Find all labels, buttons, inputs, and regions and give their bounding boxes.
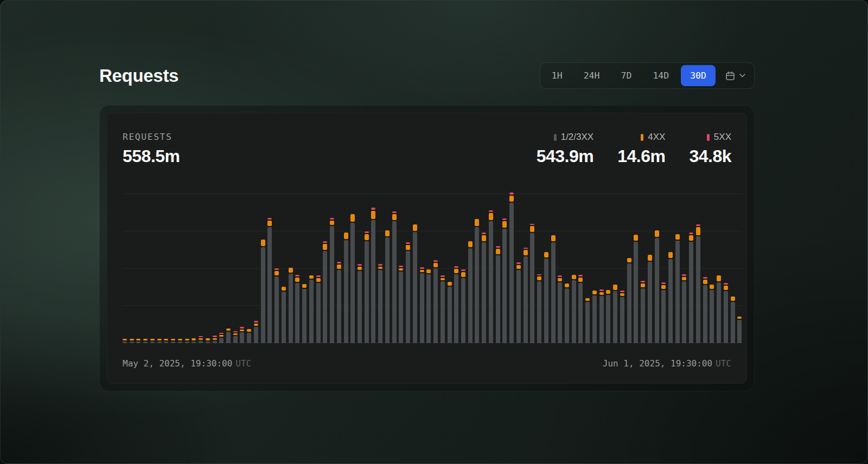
- bar[interactable]: [731, 297, 735, 343]
- bar[interactable]: [261, 240, 265, 343]
- bar[interactable]: [199, 336, 203, 343]
- bar[interactable]: [592, 291, 597, 343]
- bar[interactable]: [641, 281, 645, 343]
- bar[interactable]: [295, 275, 299, 343]
- bar[interactable]: [675, 234, 680, 343]
- bar[interactable]: [378, 264, 382, 343]
- bar[interactable]: [461, 269, 465, 343]
- bar[interactable]: [468, 241, 473, 343]
- bar[interactable]: [233, 331, 238, 343]
- range-button-14d[interactable]: 14D: [643, 65, 678, 86]
- bar[interactable]: [399, 266, 403, 343]
- range-button-30d[interactable]: 30D: [681, 65, 716, 86]
- bar[interactable]: [475, 219, 479, 343]
- bar[interactable]: [192, 338, 196, 343]
- bar[interactable]: [164, 339, 168, 343]
- bar[interactable]: [689, 233, 693, 343]
- bar[interactable]: [247, 329, 251, 343]
- bar[interactable]: [599, 289, 604, 343]
- bar[interactable]: [206, 338, 210, 343]
- bar[interactable]: [213, 336, 217, 343]
- legend-stat-123xx[interactable]: 1/2/3XX 543.9m: [537, 132, 594, 166]
- bar[interactable]: [710, 285, 714, 343]
- range-button-24h[interactable]: 24H: [575, 65, 609, 86]
- bar[interactable]: [648, 255, 652, 343]
- bar[interactable]: [482, 233, 486, 343]
- bar[interactable]: [350, 214, 355, 343]
- bar[interactable]: [267, 218, 272, 343]
- bar[interactable]: [537, 274, 541, 343]
- bar[interactable]: [489, 210, 493, 343]
- bar[interactable]: [717, 275, 721, 343]
- bar[interactable]: [661, 282, 666, 343]
- bar[interactable]: [496, 246, 500, 343]
- bar[interactable]: [558, 275, 562, 343]
- bar[interactable]: [502, 218, 507, 343]
- bar[interactable]: [668, 252, 673, 343]
- bar[interactable]: [454, 266, 458, 343]
- bar[interactable]: [627, 258, 631, 343]
- bar[interactable]: [178, 339, 182, 343]
- bar[interactable]: [392, 211, 397, 343]
- custom-date-range-button[interactable]: [718, 65, 752, 86]
- bar[interactable]: [143, 339, 148, 343]
- bar[interactable]: [157, 339, 162, 343]
- bar[interactable]: [406, 242, 410, 343]
- bar[interactable]: [254, 321, 258, 343]
- bar[interactable]: [323, 241, 327, 343]
- bar[interactable]: [420, 267, 424, 343]
- bar[interactable]: [185, 339, 189, 343]
- bar[interactable]: [371, 208, 375, 343]
- bar[interactable]: [655, 230, 659, 343]
- legend-stat-4xx[interactable]: 4XX 14.6m: [617, 132, 665, 166]
- bar[interactable]: [696, 224, 700, 343]
- bar[interactable]: [606, 290, 610, 343]
- bar[interactable]: [516, 262, 521, 343]
- bar[interactable]: [530, 224, 534, 343]
- bar[interactable]: [578, 275, 583, 343]
- bar[interactable]: [123, 339, 127, 343]
- range-button-7d[interactable]: 7D: [612, 65, 641, 86]
- bar[interactable]: [544, 252, 548, 343]
- bar[interactable]: [226, 328, 231, 343]
- bar[interactable]: [385, 230, 390, 343]
- bar[interactable]: [448, 282, 452, 343]
- bar[interactable]: [620, 291, 624, 343]
- bar[interactable]: [330, 218, 334, 343]
- bar[interactable]: [413, 224, 417, 343]
- bar[interactable]: [433, 260, 438, 343]
- bar[interactable]: [282, 287, 286, 343]
- bar[interactable]: [565, 283, 569, 343]
- bar[interactable]: [613, 285, 617, 343]
- bar[interactable]: [316, 275, 321, 343]
- bars-area[interactable]: [123, 188, 742, 343]
- bar[interactable]: [171, 339, 175, 343]
- bar[interactable]: [634, 235, 638, 343]
- bar[interactable]: [150, 339, 155, 343]
- bar[interactable]: [703, 277, 707, 343]
- bar[interactable]: [219, 333, 224, 343]
- bar[interactable]: [737, 317, 742, 343]
- legend-stat-5xx[interactable]: 5XX 34.8k: [689, 132, 731, 166]
- bar[interactable]: [302, 284, 307, 343]
- bar[interactable]: [509, 192, 514, 343]
- bar[interactable]: [344, 233, 348, 343]
- range-button-1h[interactable]: 1H: [542, 65, 572, 86]
- bar[interactable]: [136, 339, 141, 343]
- bar[interactable]: [240, 327, 244, 343]
- bar[interactable]: [358, 264, 362, 343]
- bar[interactable]: [289, 268, 293, 343]
- bar[interactable]: [441, 275, 445, 343]
- bar[interactable]: [585, 298, 590, 343]
- bar[interactable]: [130, 339, 134, 343]
- bar[interactable]: [337, 262, 341, 343]
- bar[interactable]: [572, 275, 576, 343]
- bar[interactable]: [275, 268, 279, 343]
- bar[interactable]: [724, 283, 728, 343]
- bar[interactable]: [426, 269, 431, 343]
- bar[interactable]: [365, 231, 369, 343]
- bar[interactable]: [551, 235, 556, 344]
- bar[interactable]: [682, 274, 686, 343]
- bar[interactable]: [309, 275, 314, 343]
- bar[interactable]: [524, 248, 528, 343]
